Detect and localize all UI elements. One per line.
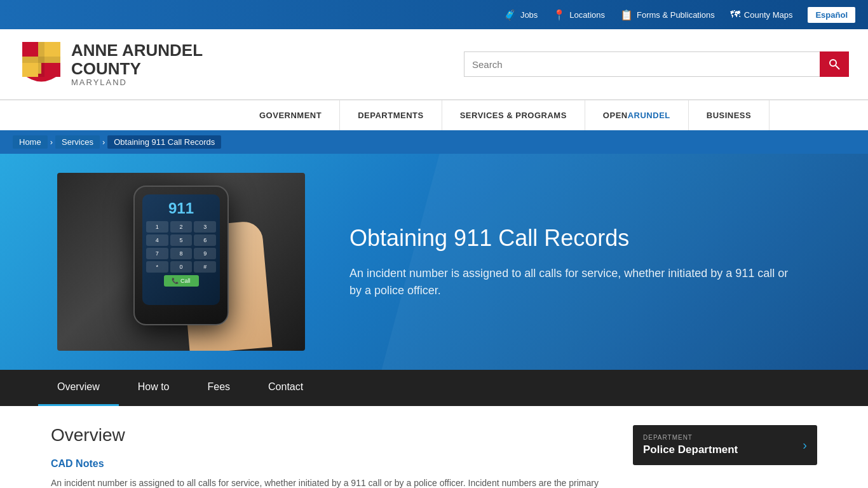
dept-label: DEPARTMENT xyxy=(643,434,738,441)
hero-image: 911 1 2 3 4 5 6 7 8 9 * 0 # xyxy=(57,173,305,351)
county-name-line1: ANNE ARUNDEL xyxy=(71,41,203,60)
search-area xyxy=(464,51,849,77)
svg-rect-4 xyxy=(22,63,38,77)
content-area: Overview CAD Notes An incident number is… xyxy=(0,406,868,488)
nav-business[interactable]: BUSINESS xyxy=(689,100,770,130)
nav-openarundel[interactable]: OPENARUNDEL xyxy=(585,100,689,130)
main-nav: GOVERNMENT DEPARTMENTS SERVICES & PROGRA… xyxy=(0,100,868,130)
svg-rect-7 xyxy=(22,57,60,63)
top-bar: 🧳 Jobs 📍 Locations 📋 Forms & Publication… xyxy=(0,0,868,29)
nav-departments[interactable]: DEPARTMENTS xyxy=(340,100,442,130)
map-icon: 🗺 xyxy=(730,9,740,20)
svg-line-9 xyxy=(836,65,839,69)
maps-link[interactable]: 🗺 County Maps xyxy=(730,9,793,20)
sidebar: DEPARTMENT Police Department › xyxy=(633,425,817,488)
sub-nav: Overview How to Fees Contact xyxy=(0,370,868,406)
breadcrumb-services[interactable]: Services xyxy=(55,135,100,149)
breadcrumb-home[interactable]: Home xyxy=(13,135,48,149)
breadcrumb: Home › Services › Obtaining 911 Call Rec… xyxy=(0,130,868,154)
dept-name: Police Department xyxy=(643,444,738,456)
dept-arrow-icon: › xyxy=(803,438,807,452)
breadcrumb-sep1: › xyxy=(50,137,53,147)
forms-link[interactable]: 📋 Forms & Publications xyxy=(620,9,715,21)
espanol-button[interactable]: Español xyxy=(808,7,855,23)
section-subtitle: CAD Notes xyxy=(51,458,607,470)
maps-label: County Maps xyxy=(744,10,793,20)
logo-area: ANNE ARUNDEL COUNTY MARYLAND xyxy=(19,39,203,90)
content-title: Overview xyxy=(51,425,607,445)
subnav-overview[interactable]: Overview xyxy=(38,370,119,406)
search-button[interactable] xyxy=(820,51,849,77)
state-name: MARYLAND xyxy=(71,78,203,87)
logo-text: ANNE ARUNDEL COUNTY MARYLAND xyxy=(71,41,203,87)
header: ANNE ARUNDEL COUNTY MARYLAND xyxy=(0,29,868,100)
county-name-line2: COUNTY xyxy=(71,60,203,78)
jobs-link[interactable]: 🧳 Jobs xyxy=(504,9,538,21)
location-icon: 📍 xyxy=(553,9,566,21)
content-body: An incident number is assigned to all ca… xyxy=(51,476,607,488)
jobs-icon: 🧳 xyxy=(504,9,517,21)
nav-arundel-accent: ARUNDEL xyxy=(628,111,670,120)
search-icon xyxy=(828,58,841,71)
hero-title: Obtaining 911 Call Records xyxy=(349,224,843,252)
breadcrumb-current: Obtaining 911 Call Records xyxy=(107,135,221,149)
hero-content: Obtaining 911 Call Records An incident n… xyxy=(324,154,868,370)
forms-icon: 📋 xyxy=(620,9,633,21)
nav-government[interactable]: GOVERNMENT xyxy=(241,100,340,130)
forms-label: Forms & Publications xyxy=(637,10,715,20)
locations-label: Locations xyxy=(569,10,605,20)
hero-description: An incident number is assigned to all ca… xyxy=(349,265,794,299)
jobs-label: Jobs xyxy=(520,10,538,20)
search-input[interactable] xyxy=(464,51,820,77)
county-shield xyxy=(19,39,64,90)
locations-link[interactable]: 📍 Locations xyxy=(553,9,605,21)
subnav-contact[interactable]: Contact xyxy=(249,370,322,406)
subnav-fees[interactable]: Fees xyxy=(188,370,249,406)
breadcrumb-sep2: › xyxy=(102,137,105,147)
svg-rect-2 xyxy=(22,42,38,57)
dept-card[interactable]: DEPARTMENT Police Department › xyxy=(633,425,817,465)
main-content: Overview CAD Notes An incident number is… xyxy=(51,425,607,488)
hero-section: 911 1 2 3 4 5 6 7 8 9 * 0 # xyxy=(0,154,868,370)
svg-point-8 xyxy=(830,60,836,66)
nav-services[interactable]: SERVICES & PROGRAMS xyxy=(442,100,585,130)
subnav-howto[interactable]: How to xyxy=(119,370,189,406)
